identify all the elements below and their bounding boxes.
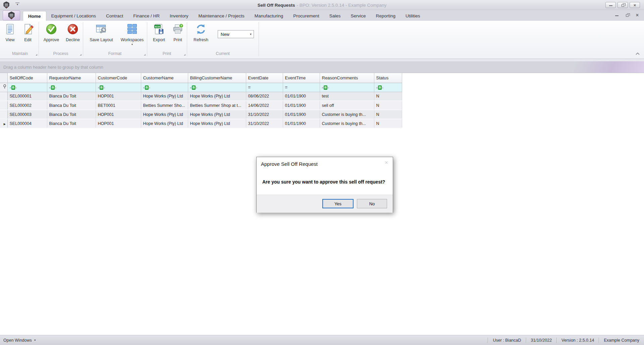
cell-status[interactable]: N <box>374 101 402 110</box>
minimize-button[interactable] <box>605 2 616 8</box>
open-windows-dropdown[interactable]: Open Windows ▼ <box>0 338 36 343</box>
table-row[interactable]: SEL000002 Bianca Du Toit BET0001 Betties… <box>0 101 402 110</box>
cell-eventtime[interactable]: 01/01/1900 <box>283 101 320 110</box>
cell-customername[interactable]: Hope Works (Pty) Ltd <box>141 92 188 101</box>
cell-customername[interactable]: Hope Works (Pty) Ltd <box>141 110 188 119</box>
filter-cell-eventtime[interactable]: = <box>283 83 320 92</box>
cell-reasoncomments[interactable]: Customer is buying th... <box>320 110 374 119</box>
cell-billingcustomername[interactable]: Hope Works (Pty) Ltd <box>188 119 246 128</box>
filter-cell-customercode[interactable]: aBc <box>96 83 141 92</box>
combobox-dropdown-icon[interactable]: ▼ <box>248 33 254 36</box>
decline-button[interactable]: Decline <box>64 21 82 50</box>
current-filter-combobox[interactable]: New ▼ <box>218 30 254 38</box>
row-indicator <box>0 110 7 119</box>
table-row[interactable]: SEL000001 Bianca Du Toit HOP001 Hope Wor… <box>0 92 402 101</box>
cell-requestorname[interactable]: Bianca Du Toit <box>47 92 96 101</box>
tab-service[interactable]: Service <box>345 11 371 21</box>
filter-cell-reasoncomments[interactable]: aBc <box>320 83 374 92</box>
cell-billingcustomername[interactable]: Hope Works (Pty) Ltd <box>188 110 246 119</box>
cell-billingcustomername[interactable]: Betties Summer Shop at t... <box>188 101 246 110</box>
cell-reasoncomments[interactable]: sell off <box>320 101 374 110</box>
column-header-billingcustomername[interactable]: BillingCustomerName <box>188 73 246 83</box>
tab-reporting[interactable]: Reporting <box>371 11 400 21</box>
filter-cell-selloffcode[interactable]: aBc <box>7 83 47 92</box>
group-dialog-launcher-icon[interactable] <box>184 54 185 56</box>
cell-eventdate[interactable]: 14/06/2022 <box>246 101 283 110</box>
no-button[interactable]: No <box>357 199 387 208</box>
cell-requestorname[interactable]: Bianca Du Toit <box>47 110 96 119</box>
table-row[interactable]: ▶ SEL000004 Bianca Du Toit HOP001 Hope W… <box>0 119 402 128</box>
tab-sales[interactable]: Sales <box>324 11 346 21</box>
column-header-customercode[interactable]: CustomerCode <box>96 73 141 83</box>
cell-eventdate[interactable]: 31/10/2022 <box>246 110 283 119</box>
filter-cell-eventdate[interactable]: = <box>246 83 283 92</box>
print-button[interactable]: ? Print <box>170 21 186 50</box>
approve-button[interactable]: Approve <box>41 21 62 50</box>
refresh-button[interactable]: Refresh <box>190 21 212 50</box>
tab-utilities[interactable]: Utilities <box>400 11 425 21</box>
yes-button[interactable]: Yes <box>322 199 354 208</box>
column-header-eventtime[interactable]: EventTime <box>283 73 320 83</box>
cell-customercode[interactable]: BET0001 <box>96 101 141 110</box>
tab-home[interactable]: Home <box>23 11 46 21</box>
cell-eventdate[interactable]: 08/06/2022 <box>246 92 283 101</box>
column-header-requestorname[interactable]: RequestorName <box>47 73 96 83</box>
cell-status[interactable]: N <box>374 119 402 128</box>
cell-selloffcode[interactable]: SEL000004 <box>7 119 47 128</box>
column-header-status[interactable]: Status <box>374 73 402 83</box>
table-row[interactable]: SEL000003 Bianca Du Toit HOP001 Hope Wor… <box>0 110 402 119</box>
child-restore-button[interactable] <box>626 14 629 17</box>
tab-finance-hr[interactable]: Finance / HR <box>128 11 165 21</box>
cell-eventtime[interactable]: 01/01/1900 <box>283 119 320 128</box>
view-button[interactable]: View <box>2 21 18 50</box>
collapse-ribbon-button[interactable] <box>634 51 641 56</box>
column-header-customername[interactable]: CustomerName <box>141 73 188 83</box>
cell-eventtime[interactable]: 01/01/1900 <box>283 92 320 101</box>
cell-requestorname[interactable]: Bianca Du Toit <box>47 101 96 110</box>
filter-cell-customername[interactable]: aBc <box>141 83 188 92</box>
tab-maintenance-projects[interactable]: Maintenance / Projects <box>193 11 249 21</box>
column-header-eventdate[interactable]: EventDate <box>246 73 283 83</box>
cell-selloffcode[interactable]: SEL000002 <box>7 101 47 110</box>
save-layout-button[interactable]: Save Layout <box>85 21 117 50</box>
cell-reasoncomments[interactable]: test <box>320 92 374 101</box>
cell-eventtime[interactable]: 01/01/1900 <box>283 110 320 119</box>
cell-status[interactable]: N <box>374 92 402 101</box>
filter-cell-status[interactable]: aBc <box>374 83 402 92</box>
cell-reasoncomments[interactable]: Customer is buying th... <box>320 119 374 128</box>
tab-procurement[interactable]: Procurement <box>288 11 324 21</box>
export-button[interactable]: XLSX Export <box>150 21 168 50</box>
tab-equipment-locations[interactable]: Equipment / Locations <box>46 11 101 21</box>
edit-button[interactable]: Edit <box>19 21 36 50</box>
tab-contract[interactable]: Contract <box>101 11 128 21</box>
child-close-button[interactable]: × <box>636 13 639 17</box>
column-header-reasoncomments[interactable]: ReasonComments <box>320 73 374 83</box>
application-menu-button[interactable] <box>3 10 20 20</box>
cell-eventdate[interactable]: 31/10/2022 <box>246 119 283 128</box>
app-logo-icon[interactable] <box>3 1 10 9</box>
cell-status[interactable]: N <box>374 110 402 119</box>
cell-customercode[interactable]: HOP001 <box>96 92 141 101</box>
close-button[interactable]: × <box>630 2 640 8</box>
group-dialog-launcher-icon[interactable] <box>80 54 82 56</box>
group-dialog-launcher-icon[interactable] <box>36 54 37 56</box>
cell-customername[interactable]: Betties Summer Sho... <box>141 101 188 110</box>
group-dialog-launcher-icon[interactable] <box>144 54 146 56</box>
cell-selloffcode[interactable]: SEL000003 <box>7 110 47 119</box>
filter-cell-requestorname[interactable]: aBc <box>47 83 96 92</box>
cell-billingcustomername[interactable]: Hope Works (Pty) Ltd <box>188 92 246 101</box>
column-header-selloffcode[interactable]: SellOffCode <box>7 73 47 83</box>
restore-button[interactable] <box>618 2 628 8</box>
child-minimize-button[interactable] <box>615 15 619 16</box>
quick-access-dropdown-icon[interactable]: ▼ <box>15 3 19 6</box>
cell-customercode[interactable]: HOP001 <box>96 110 141 119</box>
tab-inventory[interactable]: Inventory <box>165 11 194 21</box>
dialog-close-icon[interactable]: × <box>385 160 388 165</box>
tab-manufacturing[interactable]: Manufacturing <box>250 11 288 21</box>
workspaces-button[interactable]: Workspaces ▼ <box>118 21 146 50</box>
cell-requestorname[interactable]: Bianca Du Toit <box>47 119 96 128</box>
filter-cell-billingcustomername[interactable]: aBc <box>188 83 246 92</box>
cell-selloffcode[interactable]: SEL000001 <box>7 92 47 101</box>
cell-customercode[interactable]: HOP001 <box>96 119 141 128</box>
cell-customername[interactable]: Hope Works (Pty) Ltd <box>141 119 188 128</box>
